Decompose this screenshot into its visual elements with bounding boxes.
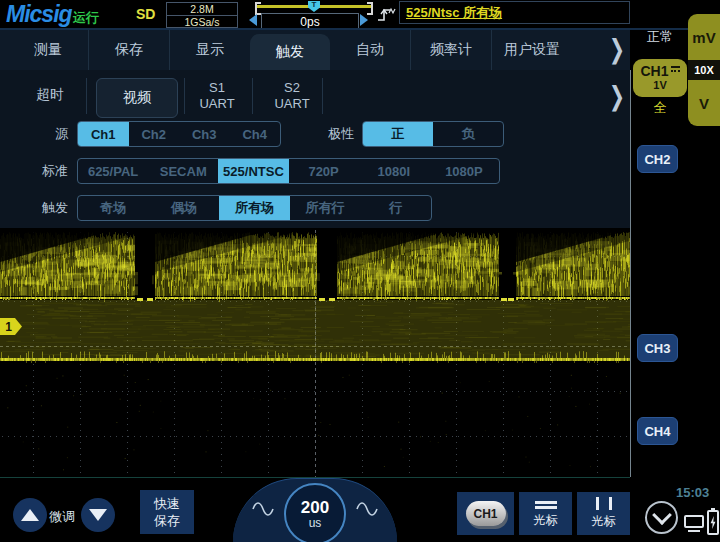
horizontal-cursor-icon xyxy=(535,499,557,511)
polarity-selector: 正 负 xyxy=(362,121,504,147)
vertical-cursor-label: 光标 xyxy=(592,513,616,530)
source-option-ch4[interactable]: Ch4 xyxy=(230,122,281,146)
subtab-s2-uart[interactable]: S2 UART xyxy=(257,80,327,112)
subtab-divider xyxy=(252,78,253,114)
trigger-summary-text[interactable]: 525/Ntsc 所有场 xyxy=(406,4,502,22)
standard-option-1080p[interactable]: 1080P xyxy=(429,159,499,183)
dc-coupling-icon xyxy=(671,66,680,74)
clock: 15:03 xyxy=(676,485,709,500)
tab-save[interactable]: 保存 xyxy=(89,30,170,70)
channel1-badge[interactable]: CH1 1V xyxy=(633,59,687,97)
subtab-s1-line1: S1 xyxy=(182,80,252,96)
standard-option-secam[interactable]: SECAM xyxy=(148,159,218,183)
waveform-display[interactable] xyxy=(0,230,630,477)
collapse-menu-button[interactable] xyxy=(645,501,678,534)
channel1-name: CH1 xyxy=(640,64,668,79)
quick-save-line2: 保存 xyxy=(154,512,180,529)
field-option-even[interactable]: 偶场 xyxy=(149,196,220,220)
polarity-label: 极性 xyxy=(318,121,354,147)
subtab-video[interactable]: 视频 xyxy=(96,78,178,118)
subtab-divider xyxy=(322,78,323,114)
polarity-option-negative[interactable]: 负 xyxy=(433,122,503,146)
field-option-all-fields[interactable]: 所有场 xyxy=(219,196,290,220)
sd-card-indicator: SD xyxy=(136,6,155,22)
subtab-s2-line2: UART xyxy=(257,96,327,112)
graticule-right-border xyxy=(630,70,631,477)
battery-charging-icon xyxy=(707,510,719,535)
field-trigger-label: 触发 xyxy=(32,195,68,221)
field-option-odd[interactable]: 奇场 xyxy=(78,196,149,220)
standard-option-625pal[interactable]: 625/PAL xyxy=(78,159,148,183)
vertical-scale-panel: mV 10X V xyxy=(688,14,720,126)
tab-trigger[interactable]: 触发 xyxy=(250,34,330,70)
chevron-down-icon xyxy=(652,505,672,525)
memory-depth: 2.8M xyxy=(167,3,237,16)
down-arrow-icon xyxy=(89,509,107,521)
source-selector: Ch1 Ch2 Ch3 Ch4 xyxy=(77,121,281,147)
subtab-s1-uart[interactable]: S1 UART xyxy=(182,80,252,112)
standard-option-1080i[interactable]: 1080I xyxy=(359,159,429,183)
channel1-bandwidth: 全 xyxy=(650,99,670,117)
trigger-position-marker[interactable]: T xyxy=(308,1,320,12)
polarity-option-positive[interactable]: 正 xyxy=(363,122,433,146)
horizontal-position-slider[interactable]: T xyxy=(255,2,373,11)
source-option-ch1[interactable]: Ch1 xyxy=(78,122,129,146)
sample-rate: 1GSa/s xyxy=(167,16,237,28)
subtab-more-chevron-icon[interactable]: ❯ xyxy=(609,79,625,111)
fine-tune-label: 微调 xyxy=(49,508,75,526)
source-option-ch2[interactable]: Ch2 xyxy=(129,122,180,146)
subtab-divider xyxy=(86,78,87,114)
subtab-divider xyxy=(184,78,185,114)
vertical-cursor-button[interactable]: 光标 xyxy=(577,492,630,535)
tab-measure[interactable]: 测量 xyxy=(8,30,89,70)
active-channel-button[interactable]: CH1 xyxy=(457,492,514,535)
fine-tune-down-button[interactable] xyxy=(81,498,115,532)
timebase-unit: us xyxy=(309,517,322,530)
source-label: 源 xyxy=(32,121,68,147)
scale-down-mv-button[interactable]: mV xyxy=(688,14,720,60)
display-icon[interactable] xyxy=(684,515,704,532)
subtab-s2-line1: S2 xyxy=(257,80,327,96)
acquisition-info-box[interactable]: 2.8M 1GSa/s xyxy=(166,2,238,28)
trigger-edge-icon xyxy=(376,6,398,23)
tab-auto[interactable]: 自动 xyxy=(330,30,411,70)
tab-display[interactable]: 显示 xyxy=(170,30,250,70)
horizontal-cursor-button[interactable]: 光标 xyxy=(519,492,572,535)
channel1-scale: 1V xyxy=(653,79,666,92)
vertical-cursor-icon xyxy=(596,497,612,510)
main-menu-tabs: 测量 保存 显示 触发 自动 频率计 用户设置 xyxy=(8,30,572,70)
brand-logo: Micsig xyxy=(6,1,72,28)
subtab-timeout[interactable]: 超时 xyxy=(36,86,64,104)
field-option-line[interactable]: 行 xyxy=(360,196,431,220)
subtab-s1-line2: UART xyxy=(182,96,252,112)
timebase-value: 200 xyxy=(301,499,329,517)
probe-attenuation[interactable]: 10X xyxy=(688,60,720,80)
hpos-left-arrow[interactable] xyxy=(249,14,257,26)
field-selector: 奇场 偶场 所有场 所有行 行 xyxy=(77,195,432,221)
source-option-ch3[interactable]: Ch3 xyxy=(179,122,230,146)
up-arrow-icon xyxy=(21,509,39,521)
standard-label: 标准 xyxy=(32,158,68,184)
fine-tune-up-button[interactable] xyxy=(13,498,47,532)
run-status[interactable]: 运行 xyxy=(73,9,99,27)
standard-option-720p[interactable]: 720P xyxy=(289,159,359,183)
scale-up-v-button[interactable]: V xyxy=(688,80,720,126)
channel-pill: CH1 xyxy=(466,501,506,526)
quick-save-line1: 快速 xyxy=(154,495,180,512)
channel3-button[interactable]: CH3 xyxy=(637,334,678,362)
acquire-mode-label: 正常 xyxy=(634,28,686,46)
tab-frequency-counter[interactable]: 频率计 xyxy=(411,30,492,70)
timebase-knob[interactable]: 200 us xyxy=(284,483,346,542)
standard-option-525ntsc[interactable]: 525/NTSC xyxy=(218,159,288,183)
tab-user-settings[interactable]: 用户设置 xyxy=(492,30,572,70)
quick-save-button[interactable]: 快速 保存 xyxy=(140,490,194,534)
menu-more-chevron-icon[interactable]: ❯ xyxy=(609,32,625,64)
sine-wave-icon[interactable] xyxy=(356,500,378,518)
oscilloscope-screen: { "topbar": { "logo": "Micsig", "run_sta… xyxy=(0,0,720,542)
field-option-all-lines[interactable]: 所有行 xyxy=(290,196,361,220)
sine-wave-icon[interactable] xyxy=(252,500,274,518)
channel4-button[interactable]: CH4 xyxy=(637,417,678,445)
channel2-button[interactable]: CH2 xyxy=(637,145,678,173)
horizontal-cursor-label: 光标 xyxy=(534,512,558,529)
hpos-right-arrow[interactable] xyxy=(360,14,368,26)
